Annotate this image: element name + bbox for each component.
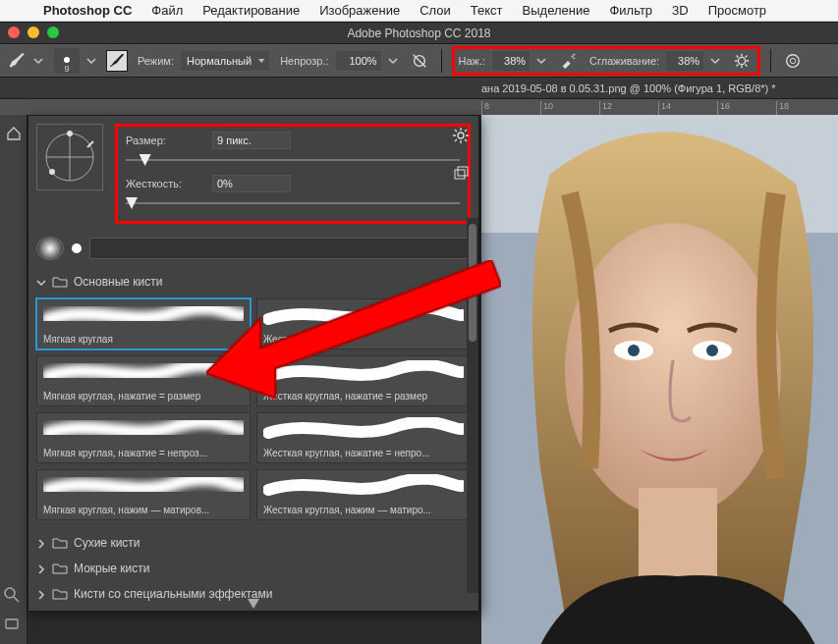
folder-wet-brushes[interactable]: Мокрые кисти bbox=[36, 556, 471, 581]
brush-tile[interactable]: Мягкая круглая bbox=[36, 298, 251, 349]
brush-preset-popover: Размер: 9 пикс. Жесткость: 0% bbox=[28, 115, 479, 612]
maximize-icon[interactable] bbox=[47, 27, 59, 38]
folder-label: Мокрые кисти bbox=[74, 562, 150, 575]
pressure-opacity-icon[interactable] bbox=[408, 49, 431, 73]
brush-tree: Основные кисти Мягкая круглая Жесткая кр… bbox=[28, 265, 478, 611]
menu-image[interactable]: Изображение bbox=[309, 3, 410, 18]
folder-icon bbox=[52, 276, 68, 288]
chevron-right-icon bbox=[36, 538, 46, 548]
brush-panel-toggle[interactable] bbox=[106, 50, 128, 72]
minimize-icon[interactable] bbox=[28, 27, 39, 38]
folder-icon bbox=[52, 588, 68, 600]
brush-stroke-preview-icon bbox=[43, 417, 244, 441]
menu-select[interactable]: Выделение bbox=[513, 3, 600, 18]
highlighted-flow-smoothing: Наж.: 38% Сглаживание: 38% bbox=[452, 46, 761, 76]
document-tab[interactable]: ана 2019-05-08 в 0.05.31.png @ 100% (Фиг… bbox=[472, 82, 786, 94]
brush-tile[interactable]: Жесткая круглая, нажатие = непро... bbox=[256, 412, 471, 463]
brush-stroke-preview-icon bbox=[43, 360, 244, 384]
svg-point-5 bbox=[787, 54, 800, 67]
blend-mode-select[interactable]: Нормальный bbox=[180, 50, 270, 72]
flow-dropdown-icon[interactable] bbox=[536, 56, 546, 66]
brush-search-field[interactable] bbox=[89, 238, 471, 259]
menu-layers[interactable]: Слои bbox=[410, 3, 461, 18]
window-titlebar: Adobe Photoshop CC 2018 bbox=[0, 23, 838, 44]
status-bar-icons bbox=[4, 587, 20, 634]
size-label: Размер: bbox=[126, 134, 202, 146]
brush-recent-icon[interactable] bbox=[72, 243, 82, 253]
blend-mode-value: Нормальный bbox=[187, 55, 251, 67]
brush-tile-label: Жесткая круглая, нажим — матиро... bbox=[263, 505, 464, 515]
smoothing-dropdown-icon[interactable] bbox=[710, 56, 720, 66]
brush-angle-widget[interactable] bbox=[36, 124, 103, 190]
folder-dry-brushes[interactable]: Сухие кисти bbox=[36, 530, 471, 556]
popover-scrollbar[interactable] bbox=[467, 218, 478, 593]
menu-view[interactable]: Просмотр bbox=[698, 3, 776, 18]
zoom-icon[interactable] bbox=[4, 587, 20, 606]
svg-point-4 bbox=[738, 57, 745, 64]
svg-point-22 bbox=[49, 169, 55, 175]
hand-icon[interactable] bbox=[4, 616, 20, 634]
svg-line-25 bbox=[14, 597, 19, 602]
menu-3d[interactable]: 3D bbox=[662, 3, 698, 18]
window-traffic-lights[interactable] bbox=[8, 27, 59, 38]
svg-rect-17 bbox=[458, 167, 468, 176]
brush-preset-dropdown-icon[interactable] bbox=[86, 56, 96, 66]
brush-tile[interactable]: Мягкая круглая, нажатие = непроз... bbox=[36, 412, 251, 463]
folder-basic-brushes[interactable]: Основные кисти bbox=[36, 269, 471, 295]
ruler-tick: 14 bbox=[658, 101, 717, 115]
size-field[interactable]: 9 пикс. bbox=[212, 132, 291, 149]
app-menu[interactable]: Photoshop CC bbox=[33, 3, 141, 18]
size-value: 9 пикс. bbox=[217, 134, 251, 146]
brush-preset-picker[interactable]: 9 bbox=[53, 47, 81, 75]
airbrush-icon[interactable] bbox=[556, 49, 580, 73]
opacity-field[interactable]: 100% bbox=[335, 50, 382, 72]
brush-tile[interactable]: Мягкая круглая, нажим — матиров... bbox=[36, 469, 251, 520]
hardness-value: 0% bbox=[217, 178, 233, 189]
brush-recent-icon[interactable] bbox=[36, 237, 64, 260]
brush-tile-label: Мягкая круглая, нажим — матиров... bbox=[43, 505, 244, 515]
brush-tile-label: Мягкая круглая, нажатие = непроз... bbox=[43, 448, 244, 458]
hardness-field[interactable]: 0% bbox=[212, 175, 291, 192]
size-slider[interactable] bbox=[126, 152, 460, 168]
brush-tool-icon[interactable] bbox=[8, 51, 28, 71]
separator bbox=[770, 49, 771, 73]
brush-tile-label: Жесткая круглая, нажатие = непро... bbox=[263, 448, 464, 458]
folder-label: Основные кисти bbox=[74, 275, 162, 289]
canvas[interactable] bbox=[481, 115, 838, 644]
brush-preview-icon bbox=[64, 57, 70, 63]
svg-point-1 bbox=[572, 55, 574, 57]
brush-stroke-preview-icon bbox=[263, 360, 464, 384]
pressure-size-icon[interactable] bbox=[781, 49, 805, 73]
brush-tile-label: Жесткая круглая bbox=[263, 334, 464, 345]
opacity-dropdown-icon[interactable] bbox=[388, 56, 398, 66]
flow-field[interactable]: 38% bbox=[491, 50, 531, 72]
menu-file[interactable]: Файл bbox=[141, 3, 193, 18]
tools-panel bbox=[0, 115, 28, 644]
smoothing-settings-icon[interactable] bbox=[730, 49, 754, 73]
svg-point-2 bbox=[573, 57, 575, 59]
home-icon[interactable] bbox=[3, 123, 25, 144]
brush-tile[interactable]: Жесткая круглая, нажим — матиро... bbox=[256, 469, 471, 520]
menu-text[interactable]: Текст bbox=[461, 3, 513, 18]
brush-recent-strip bbox=[36, 236, 471, 261]
brush-tile[interactable]: Жесткая круглая, нажатие = размер bbox=[256, 355, 471, 406]
menu-edit[interactable]: Редактирование bbox=[193, 3, 309, 18]
ruler-tick: 10 bbox=[540, 101, 599, 115]
brush-tile[interactable]: Жесткая круглая bbox=[256, 298, 471, 349]
hardness-slider[interactable] bbox=[126, 195, 460, 211]
svg-rect-26 bbox=[6, 619, 18, 628]
svg-point-6 bbox=[790, 58, 795, 63]
gear-icon[interactable] bbox=[449, 124, 473, 147]
brush-tile[interactable]: Мягкая круглая, нажатие = размер bbox=[36, 355, 251, 406]
close-icon[interactable] bbox=[8, 27, 20, 38]
menu-filter[interactable]: Фильтр bbox=[599, 3, 662, 18]
folder-icon bbox=[52, 563, 68, 574]
flow-label: Наж.: bbox=[459, 55, 486, 67]
options-bar: 9 Режим: Нормальный Непрозр.: 100% bbox=[0, 44, 838, 78]
window-title: Adobe Photoshop CC 2018 bbox=[347, 27, 490, 40]
ruler-tick: 18 bbox=[776, 101, 835, 115]
smoothing-field[interactable]: 38% bbox=[665, 50, 704, 72]
smoothing-value: 38% bbox=[678, 55, 699, 67]
ruler-tick: 8 bbox=[481, 101, 540, 115]
tool-dropdown-icon[interactable] bbox=[33, 56, 43, 66]
